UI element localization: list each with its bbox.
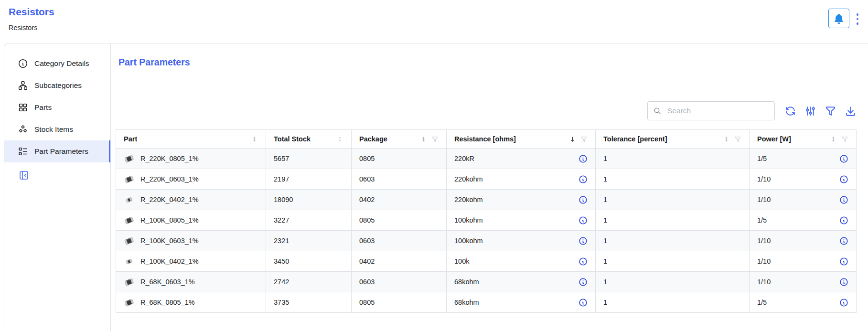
info-icon[interactable] <box>839 298 848 307</box>
adjustments-icon <box>804 105 816 117</box>
sidebar-item-stock-items[interactable]: Stock Items <box>4 118 110 140</box>
sidebar-item-category-details[interactable]: Category Details <box>4 53 110 75</box>
collapse-sidebar-button[interactable] <box>18 170 30 182</box>
sidebar-item-label: Category Details <box>34 59 89 68</box>
package-value: 0402 <box>359 257 375 265</box>
info-icon[interactable] <box>579 257 588 266</box>
search-icon <box>653 107 662 116</box>
heading-divider <box>118 89 857 89</box>
table-row[interactable]: R_220K_0805_1% 5657 0805 220kR 1 1/5 <box>116 149 857 169</box>
sidebar-item-part-parameters[interactable]: Part Parameters <box>4 140 110 162</box>
resistance-value: 100k <box>454 257 469 265</box>
sort-icon[interactable] <box>251 136 258 143</box>
part-thumbnail <box>124 194 134 205</box>
part-name: R_220K_0805_1% <box>140 155 199 162</box>
resistance-value: 220kohm <box>454 175 483 183</box>
total-stock-value: 5657 <box>274 155 289 162</box>
table-row[interactable]: R_220K_0402_1% 18090 0402 220kohm 1 1/10 <box>116 190 857 210</box>
package-value: 0402 <box>359 196 375 203</box>
tolerance-value: 1 <box>603 196 607 203</box>
sort-icon[interactable] <box>723 136 730 143</box>
sort-icon[interactable] <box>420 136 427 143</box>
info-icon[interactable] <box>839 216 848 225</box>
table-row[interactable]: R_68K_0603_1% 2742 0603 68kohm 1 1/10 <box>116 272 857 292</box>
info-icon[interactable] <box>839 154 848 163</box>
power-value: 1/5 <box>757 299 767 306</box>
part-thumbnail <box>124 153 134 164</box>
panel-sidebar: Category Details Subcategories Parts Sto… <box>4 43 111 331</box>
column-header-power[interactable]: Power [W] <box>750 130 857 149</box>
package-value: 0805 <box>359 155 375 162</box>
power-value: 1/5 <box>757 216 767 224</box>
title-block: Resistors Resistors <box>9 6 54 43</box>
column-filter-icon[interactable] <box>734 136 741 143</box>
info-icon[interactable] <box>579 216 588 225</box>
info-icon[interactable] <box>579 154 588 163</box>
refresh-button[interactable] <box>784 105 796 117</box>
part-thumbnail <box>124 235 134 246</box>
table-row[interactable]: R_220K_0603_1% 2197 0603 220kohm 1 1/10 <box>116 169 857 190</box>
search-box[interactable] <box>647 101 775 120</box>
sort-icon[interactable] <box>336 136 343 143</box>
info-icon[interactable] <box>839 175 848 184</box>
sort-icon[interactable] <box>830 136 837 143</box>
part-parameters-table: Part Total Stock Package <box>116 129 857 313</box>
download-button[interactable] <box>845 105 857 117</box>
info-icon[interactable] <box>579 236 588 246</box>
part-thumbnail <box>124 297 134 308</box>
dots-vertical-icon[interactable] <box>857 9 859 25</box>
info-icon[interactable] <box>839 236 848 246</box>
table-options-button[interactable] <box>804 105 816 117</box>
column-header-tolerance[interactable]: Tolerance [percent] <box>596 130 750 149</box>
column-header-part[interactable]: Part <box>116 130 266 149</box>
table-row[interactable]: R_100K_0402_1% 3450 0402 100k 1 1/10 <box>116 251 857 272</box>
column-header-package[interactable]: Package <box>352 130 447 149</box>
filter-icon <box>825 105 836 117</box>
info-icon[interactable] <box>839 195 848 204</box>
sitemap-icon <box>18 80 28 91</box>
part-thumbnail <box>124 256 134 267</box>
info-icon[interactable] <box>579 278 588 287</box>
column-filter-icon[interactable] <box>841 136 848 143</box>
tolerance-value: 1 <box>603 257 607 265</box>
panel-title: Part Parameters <box>118 57 857 68</box>
tolerance-value: 1 <box>603 278 607 286</box>
tolerance-value: 1 <box>603 299 607 306</box>
info-icon[interactable] <box>579 195 588 204</box>
table-row[interactable]: R_100K_0805_1% 3227 0805 100kohm 1 1/5 <box>116 210 857 231</box>
part-name: R_220K_0402_1% <box>140 196 199 203</box>
power-value: 1/10 <box>757 175 771 183</box>
sidebar-item-subcategories[interactable]: Subcategories <box>4 75 110 96</box>
resistance-value: 68kohm <box>454 278 479 286</box>
category-panel: Category Details Subcategories Parts Sto… <box>4 43 868 331</box>
resistance-value: 220kohm <box>454 196 483 203</box>
part-name: R_68K_0805_1% <box>140 299 195 306</box>
info-icon[interactable] <box>839 278 848 287</box>
info-icon[interactable] <box>579 298 588 307</box>
breadcrumb[interactable]: Resistors <box>9 24 54 32</box>
collapse-sidebar-icon <box>18 170 30 181</box>
table-row[interactable]: R_68K_0805_1% 3735 0805 68kohm 1 1/5 <box>116 292 857 313</box>
part-thumbnail <box>124 174 134 184</box>
column-filter-icon[interactable] <box>580 136 588 143</box>
table-row[interactable]: R_100K_0603_1% 2321 0603 100kohm 1 1/10 <box>116 231 857 251</box>
tolerance-value: 1 <box>603 237 607 245</box>
total-stock-value: 18090 <box>274 196 293 203</box>
info-circle-icon <box>18 58 28 69</box>
sidebar-item-parts[interactable]: Parts <box>4 96 110 118</box>
search-input[interactable] <box>666 106 769 116</box>
notifications-button[interactable] <box>828 9 849 28</box>
info-icon[interactable] <box>579 175 588 184</box>
info-icon[interactable] <box>839 257 848 266</box>
part-thumbnail <box>124 277 134 287</box>
grid-icon <box>18 102 28 113</box>
column-filter-icon[interactable] <box>431 136 439 143</box>
column-header-total-stock[interactable]: Total Stock <box>266 130 352 149</box>
filters-button[interactable] <box>825 105 836 117</box>
power-value: 1/10 <box>757 257 771 265</box>
sort-desc-icon[interactable] <box>569 136 576 143</box>
resistance-value: 100kohm <box>454 237 483 245</box>
page-title: Resistors <box>9 6 54 17</box>
column-header-resistance[interactable]: Resistance [ohms] <box>447 130 596 149</box>
total-stock-value: 2321 <box>274 237 289 245</box>
